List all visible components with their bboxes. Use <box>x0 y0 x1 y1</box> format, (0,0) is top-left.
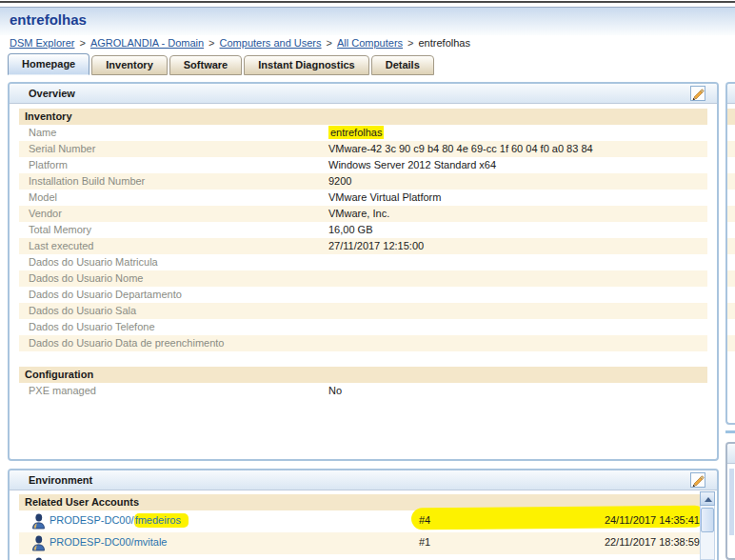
inventory-row: Dados do Usuario Telefone <box>19 319 707 335</box>
inventory-rows: Name entrefolhas Serial Number VMware-42… <box>19 125 707 351</box>
row-label: Platform <box>29 157 68 173</box>
row-value: No <box>328 383 342 399</box>
last-seen-timestamp: 22/11/2017 18:38:59 <box>605 536 700 548</box>
row-label: Installation Build Number <box>29 173 145 190</box>
inventory-section-header: Inventory <box>19 109 707 125</box>
related-user-accounts-list: PRODESP-DC00/fmedeiros #4 24/11/2017 14:… <box>19 510 700 560</box>
tab-software[interactable]: Software <box>169 55 242 75</box>
occurrence-count: #4 <box>419 514 430 526</box>
environment-panel: Environment Related User Accounts PRODES… <box>8 469 719 560</box>
account-link[interactable]: PRODESP-DC00/fmedeiros <box>50 514 189 526</box>
last-seen-timestamp: 24/11/2017 14:35:41 <box>605 514 700 526</box>
clipped-right-panel-top <box>725 82 735 425</box>
row-label: Dados do Usuario Departamento <box>29 287 182 303</box>
breadcrumb-link-domain[interactable]: AGROLANDIA - Domain <box>90 37 204 49</box>
scrollbar-thumb[interactable] <box>701 508 714 532</box>
row-label: PXE managed <box>29 383 96 399</box>
environment-panel-title: Environment <box>29 474 92 486</box>
edit-pencil-icon[interactable] <box>690 86 705 101</box>
breadcrumb-current: entrefolhas <box>419 37 470 49</box>
inventory-row: Total Memory 16,00 GB <box>19 222 707 238</box>
breadcrumb-separator: > <box>327 37 332 49</box>
clipped-panel-header <box>727 84 735 104</box>
page-title: entrefolhas <box>10 11 87 28</box>
highlighted-value: entrefolhas <box>328 126 384 139</box>
inventory-row: Serial Number VMware-42 3c 90 c9 b4 80 4… <box>19 141 707 157</box>
configuration-rows: PXE managed No <box>19 383 707 399</box>
breadcrumb-link-all-computers[interactable]: All Computers <box>337 37 403 49</box>
inventory-row: Dados do Usuario Departamento <box>19 287 707 303</box>
edit-pencil-icon[interactable] <box>690 472 705 488</box>
user-icon <box>31 513 46 531</box>
tab-bar: Homepage Inventory Software Instant Diag… <box>8 53 434 75</box>
window-top-edge <box>0 1 735 3</box>
inventory-row: Installation Build Number 9200 <box>19 173 707 190</box>
clipped-rows <box>727 125 735 351</box>
environment-panel-header: Environment <box>10 470 717 490</box>
inventory-row: Dados do Usuario Data de preenchimento <box>19 335 707 351</box>
row-label: Dados do Usuario Data de preenchimento <box>29 335 224 351</box>
account-user-highlighted: fmedeiros <box>134 513 189 528</box>
tab-details[interactable]: Details <box>371 55 434 75</box>
row-value: 27/11/2017 12:15:00 <box>328 238 424 254</box>
inventory-row: Last executed 27/11/2017 12:15:00 <box>19 238 707 254</box>
configuration-section-header: Configuration <box>19 367 707 383</box>
row-value: VMware-42 3c 90 c9 b4 80 4e 69-cc 1f 60 … <box>328 141 593 157</box>
tab-homepage[interactable]: Homepage <box>8 53 89 75</box>
row-value: 16,00 GB <box>328 222 372 238</box>
inventory-row: Platform Windows Server 2012 Standard x6… <box>19 157 707 173</box>
breadcrumb-separator: > <box>209 37 214 49</box>
user-account-row: PRODESP-DC00/mvitale #1 22/11/2017 18:38… <box>19 532 700 554</box>
breadcrumb-link-computers-and-users[interactable]: Computers and Users <box>220 37 322 49</box>
inventory-row: Dados do Usuario Sala <box>19 303 707 319</box>
breadcrumb-separator: > <box>407 37 413 49</box>
inventory-row: Name entrefolhas <box>19 125 707 141</box>
row-label: Dados do Usuario Nome <box>29 270 143 287</box>
user-account-row-clipped: #2 24/11/2017 12:51:53 <box>19 554 700 560</box>
inventory-row: Dados do Usuario Nome <box>19 270 707 287</box>
row-value: VMware Virtual Platform <box>328 190 441 206</box>
row-label: Last executed <box>29 238 94 254</box>
clipped-scroll-strip <box>729 469 734 535</box>
tab-instant-diagnostics[interactable]: Instant Diagnostics <box>244 55 368 75</box>
overview-panel-header: Overview <box>10 84 717 104</box>
tab-inventory[interactable]: Inventory <box>91 55 168 75</box>
row-label: Model <box>29 190 57 206</box>
breadcrumb: DSM Explorer>AGROLANDIA - Domain>Compute… <box>10 37 470 52</box>
overview-panel: Overview Inventory Name entrefolhas Seri… <box>8 82 719 461</box>
account-domain: PRODESP-DC00/ <box>50 514 134 526</box>
row-value: Windows Server 2012 Standard x64 <box>328 157 496 173</box>
account-link[interactable]: PRODESP-DC00/mvitale <box>50 536 167 548</box>
overview-panel-title: Overview <box>29 88 75 99</box>
row-value: VMware, Inc. <box>328 206 389 222</box>
scroll-up-arrow-icon[interactable] <box>700 491 715 506</box>
inventory-row: Vendor VMware, Inc. <box>19 206 707 222</box>
clipped-panel-header <box>727 444 735 464</box>
inventory-row: Dados do Usuario Matricula <box>19 254 707 270</box>
occurrence-count: #1 <box>419 536 430 548</box>
row-label: Dados do Usuario Sala <box>29 303 136 319</box>
row-value: 9200 <box>328 173 351 190</box>
row-label: Serial Number <box>29 141 95 157</box>
clipped-section-bar <box>727 109 735 125</box>
breadcrumb-separator: > <box>79 37 85 49</box>
user-icon <box>31 535 46 553</box>
page-title-bar: entrefolhas <box>0 7 735 35</box>
panel-divider <box>725 430 735 433</box>
user-account-row: PRODESP-DC00/fmedeiros #4 24/11/2017 14:… <box>19 510 700 532</box>
environment-scrollbar[interactable] <box>700 491 715 560</box>
row-label: Total Memory <box>29 222 91 238</box>
row-label: Vendor <box>29 206 62 222</box>
clipped-right-panel-bottom <box>725 442 735 560</box>
inventory-row: Model VMware Virtual Platform <box>19 190 707 206</box>
configuration-row: PXE managed No <box>19 383 707 399</box>
row-label: Dados do Usuario Telefone <box>29 319 155 335</box>
breadcrumb-link-dsm-explorer[interactable]: DSM Explorer <box>10 37 74 49</box>
row-label: Name <box>29 125 56 141</box>
account-domain: PRODESP-DC00/ <box>50 536 134 548</box>
account-user: mvitale <box>134 536 168 548</box>
row-label: Dados do Usuario Matricula <box>29 254 158 270</box>
